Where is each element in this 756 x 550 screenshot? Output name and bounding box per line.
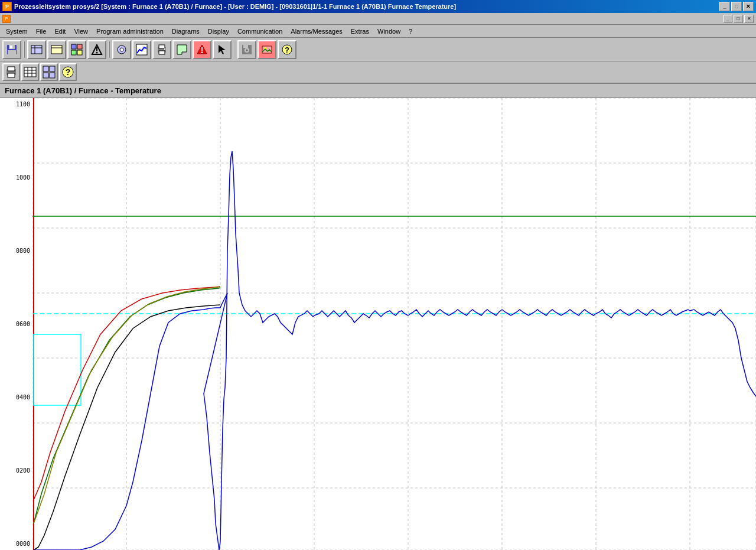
tb-settings-btn[interactable] [112, 40, 131, 59]
svg-rect-22 [164, 48, 165, 50]
menu-extras[interactable]: Extras [347, 27, 373, 36]
chart-svg [32, 98, 756, 550]
menu-program-admin[interactable]: Program administration [93, 27, 167, 36]
tb-save-btn[interactable] [2, 40, 21, 59]
svg-rect-11 [71, 50, 76, 55]
menu-window[interactable]: Window [374, 27, 404, 36]
menu-display[interactable]: Display [204, 27, 233, 36]
svg-rect-32 [262, 46, 272, 53]
tb2-grid-btn[interactable] [40, 63, 58, 81]
svg-rect-31 [243, 45, 248, 48]
tb2-help-btn[interactable]: ? [59, 63, 77, 81]
tb-help-btn[interactable]: ? [278, 40, 296, 59]
tb2-print-btn[interactable] [2, 63, 20, 81]
menu-file[interactable]: File [32, 27, 50, 36]
inner-close-btn[interactable]: ✕ [744, 15, 754, 23]
tb-nav1-btn[interactable] [27, 40, 46, 59]
svg-rect-12 [77, 50, 82, 55]
app-icon: P [2, 2, 12, 11]
svg-rect-18 [136, 44, 147, 55]
minimize-button[interactable]: _ [719, 2, 730, 11]
y-label-0400: 0400 [2, 394, 30, 401]
svg-rect-38 [8, 73, 15, 77]
svg-point-17 [120, 48, 123, 51]
tb-cursor-btn[interactable] [213, 40, 232, 59]
menu-view[interactable]: View [70, 27, 92, 36]
chart-container: 1100 1000 0800 0600 0400 0200 0000 [0, 98, 756, 550]
inner-icon: P [2, 15, 11, 23]
svg-point-26 [201, 51, 203, 53]
svg-rect-46 [43, 73, 48, 78]
svg-marker-23 [177, 45, 187, 54]
svg-point-15 [96, 51, 98, 53]
svg-rect-37 [8, 67, 15, 71]
y-label-0800: 0800 [2, 248, 30, 254]
svg-rect-39 [24, 67, 36, 77]
tb2-table-btn[interactable] [21, 63, 39, 81]
title-bar: P Prozessleitsystem prosys/2 [System : F… [0, 0, 756, 13]
y-label-0600: 0600 [2, 321, 30, 327]
tb-chart-btn[interactable] [132, 40, 151, 59]
svg-rect-10 [77, 44, 82, 49]
menu-communication[interactable]: Communication [234, 27, 286, 36]
svg-rect-21 [159, 51, 165, 54]
tb-zoom-btn[interactable] [172, 40, 191, 59]
svg-rect-50 [32, 98, 756, 550]
svg-rect-2 [10, 45, 12, 48]
y-label-1100: 1100 [2, 101, 30, 108]
menu-help[interactable]: ? [405, 27, 416, 36]
inner-min-btn[interactable]: _ [723, 15, 732, 23]
restore-button[interactable]: □ [731, 2, 742, 11]
svg-point-30 [246, 49, 248, 51]
chart-title-text: Furnace 1 (A70B1) / Furnace - Temperatur… [5, 86, 161, 95]
menu-system[interactable]: System [2, 27, 31, 36]
tb-alarm-btn[interactable] [193, 40, 211, 59]
svg-rect-20 [159, 45, 165, 48]
svg-rect-3 [8, 50, 16, 54]
tb-nav4-btn[interactable] [87, 40, 106, 59]
svg-text:?: ? [285, 45, 289, 54]
tb-sep-2 [109, 41, 110, 58]
toolbar-2: ? [0, 61, 756, 84]
svg-rect-45 [50, 66, 55, 71]
y-axis: 1100 1000 0800 0600 0400 0200 0000 [0, 98, 32, 550]
menu-diagrams[interactable]: Diagrams [168, 27, 203, 36]
tb-nav3-btn[interactable] [67, 40, 86, 59]
y-label-1000: 1000 [2, 174, 30, 181]
menu-alarms[interactable]: Alarms/Messages [287, 27, 346, 36]
svg-rect-7 [51, 45, 62, 54]
y-label-0000: 0000 [2, 541, 30, 547]
y-label-0200: 0200 [2, 467, 30, 474]
svg-rect-9 [71, 44, 76, 49]
svg-rect-44 [43, 66, 48, 71]
close-button[interactable]: ✕ [743, 2, 754, 11]
tb-print-btn[interactable] [152, 40, 171, 59]
inner-max-btn[interactable]: □ [734, 15, 743, 23]
svg-rect-47 [50, 73, 55, 78]
tb-pic-btn[interactable] [258, 40, 276, 59]
chart-title: Furnace 1 (A70B1) / Furnace - Temperatur… [0, 84, 756, 98]
svg-text:?: ? [66, 67, 71, 77]
menu-bar: System File Edit View Program administra… [0, 25, 756, 38]
tb-sep-3 [234, 41, 235, 58]
menu-edit[interactable]: Edit [51, 27, 69, 36]
title-text: Prozessleitsystem prosys/2 [System : Fur… [14, 3, 456, 10]
tb-sep-1 [24, 41, 25, 58]
svg-rect-4 [31, 45, 42, 54]
svg-marker-27 [219, 45, 226, 54]
tb-nav2-btn[interactable] [47, 40, 66, 59]
tb-disk-btn[interactable] [237, 40, 256, 59]
toolbar-1: ? [0, 38, 756, 61]
